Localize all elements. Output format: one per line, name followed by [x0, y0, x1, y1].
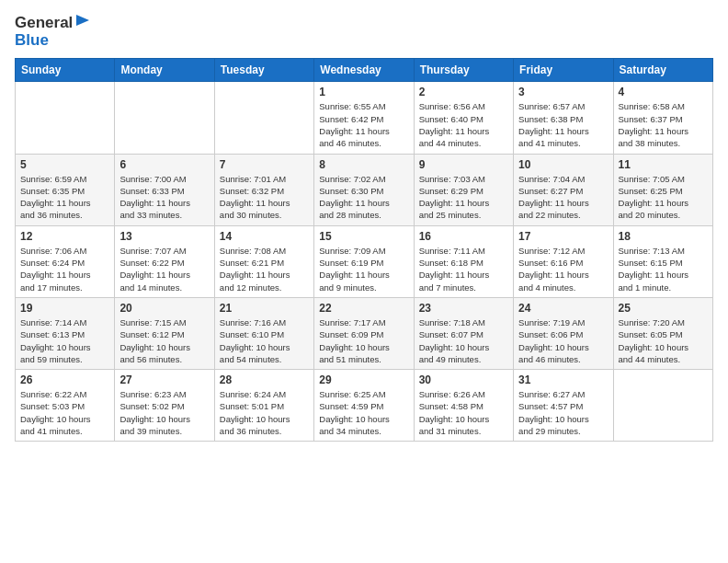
calendar-day-cell: 5Sunrise: 6:59 AM Sunset: 6:35 PM Daylig… [16, 154, 115, 225]
day-info: Sunrise: 7:01 AM Sunset: 6:32 PM Dayligh… [220, 173, 309, 222]
day-number: 8 [319, 158, 408, 171]
day-info: Sunrise: 6:23 AM Sunset: 5:02 PM Dayligh… [119, 388, 209, 437]
calendar-day-cell: 10Sunrise: 7:04 AM Sunset: 6:27 PM Dayli… [514, 154, 613, 225]
calendar-day-cell: 28Sunrise: 6:24 AM Sunset: 5:01 PM Dayli… [214, 370, 313, 442]
calendar-day-cell: 22Sunrise: 7:17 AM Sunset: 6:09 PM Dayli… [314, 297, 414, 369]
day-info: Sunrise: 7:11 AM Sunset: 6:18 PM Dayligh… [419, 245, 508, 293]
logo-general-text: General [15, 15, 73, 32]
day-info: Sunrise: 7:05 AM Sunset: 6:25 PM Dayligh… [619, 173, 708, 222]
calendar-day-cell [613, 370, 712, 442]
day-info: Sunrise: 6:25 AM Sunset: 4:59 PM Dayligh… [319, 388, 408, 437]
calendar-day-cell: 2Sunrise: 6:56 AM Sunset: 6:40 PM Daylig… [414, 82, 513, 154]
calendar-week-row: 26Sunrise: 6:22 AM Sunset: 5:03 PM Dayli… [16, 370, 713, 442]
day-info: Sunrise: 6:59 AM Sunset: 6:35 PM Dayligh… [20, 173, 109, 222]
day-info: Sunrise: 7:14 AM Sunset: 6:13 PM Dayligh… [20, 316, 109, 365]
day-number: 5 [20, 158, 109, 171]
day-info: Sunrise: 7:13 AM Sunset: 6:15 PM Dayligh… [619, 245, 708, 293]
calendar-day-cell: 24Sunrise: 7:19 AM Sunset: 6:06 PM Dayli… [514, 297, 613, 369]
day-info: Sunrise: 7:16 AM Sunset: 6:10 PM Dayligh… [220, 316, 309, 365]
day-number: 25 [619, 302, 708, 315]
calendar-day-header: Wednesday [314, 59, 414, 82]
day-info: Sunrise: 7:00 AM Sunset: 6:33 PM Dayligh… [119, 173, 209, 222]
day-number: 6 [119, 158, 209, 171]
calendar-week-row: 12Sunrise: 7:06 AM Sunset: 6:24 PM Dayli… [16, 225, 713, 297]
calendar-day-cell: 30Sunrise: 6:26 AM Sunset: 4:58 PM Dayli… [414, 370, 513, 442]
day-number: 24 [518, 302, 608, 315]
calendar-day-cell [16, 82, 115, 154]
day-info: Sunrise: 7:09 AM Sunset: 6:19 PM Dayligh… [319, 245, 408, 293]
calendar-day-cell: 6Sunrise: 7:00 AM Sunset: 6:33 PM Daylig… [115, 154, 214, 225]
calendar-week-row: 19Sunrise: 7:14 AM Sunset: 6:13 PM Dayli… [16, 297, 713, 369]
day-info: Sunrise: 6:24 AM Sunset: 5:01 PM Dayligh… [220, 388, 309, 437]
day-number: 31 [518, 373, 608, 386]
day-number: 20 [119, 302, 209, 315]
day-info: Sunrise: 7:07 AM Sunset: 6:22 PM Dayligh… [119, 245, 209, 293]
logo: General Blue [15, 15, 91, 49]
day-info: Sunrise: 6:27 AM Sunset: 4:57 PM Dayligh… [518, 388, 608, 437]
logo-flag-icon [74, 13, 91, 29]
day-info: Sunrise: 7:02 AM Sunset: 6:30 PM Dayligh… [319, 173, 408, 222]
svg-marker-0 [76, 15, 89, 26]
day-number: 18 [619, 230, 708, 243]
calendar-day-header: Tuesday [214, 59, 313, 82]
calendar-day-cell: 17Sunrise: 7:12 AM Sunset: 6:16 PM Dayli… [514, 225, 613, 297]
calendar-day-cell: 8Sunrise: 7:02 AM Sunset: 6:30 PM Daylig… [314, 154, 414, 225]
day-info: Sunrise: 6:22 AM Sunset: 5:03 PM Dayligh… [20, 388, 109, 437]
calendar-day-cell: 20Sunrise: 7:15 AM Sunset: 6:12 PM Dayli… [115, 297, 214, 369]
day-info: Sunrise: 7:04 AM Sunset: 6:27 PM Dayligh… [518, 173, 608, 222]
day-info: Sunrise: 7:12 AM Sunset: 6:16 PM Dayligh… [518, 245, 608, 293]
calendar-day-cell: 21Sunrise: 7:16 AM Sunset: 6:10 PM Dayli… [214, 297, 313, 369]
day-number: 3 [518, 86, 608, 98]
calendar-day-cell: 13Sunrise: 7:07 AM Sunset: 6:22 PM Dayli… [115, 225, 214, 297]
calendar-day-cell [214, 82, 313, 154]
calendar-day-cell: 18Sunrise: 7:13 AM Sunset: 6:15 PM Dayli… [613, 225, 712, 297]
calendar-day-cell: 15Sunrise: 7:09 AM Sunset: 6:19 PM Dayli… [314, 225, 414, 297]
day-number: 2 [419, 86, 508, 98]
calendar-day-cell: 11Sunrise: 7:05 AM Sunset: 6:25 PM Dayli… [613, 154, 712, 225]
calendar-day-cell: 25Sunrise: 7:20 AM Sunset: 6:05 PM Dayli… [613, 297, 712, 369]
day-number: 17 [518, 230, 608, 243]
calendar-header-row: SundayMondayTuesdayWednesdayThursdayFrid… [16, 59, 713, 82]
day-number: 30 [419, 373, 508, 386]
day-number: 9 [419, 158, 508, 171]
day-info: Sunrise: 7:15 AM Sunset: 6:12 PM Dayligh… [119, 316, 209, 365]
calendar-day-cell: 16Sunrise: 7:11 AM Sunset: 6:18 PM Dayli… [414, 225, 513, 297]
logo-blue-text: Blue [15, 32, 49, 50]
day-number: 29 [319, 373, 408, 386]
day-number: 15 [319, 230, 408, 243]
day-number: 26 [20, 373, 109, 386]
calendar-day-cell: 19Sunrise: 7:14 AM Sunset: 6:13 PM Dayli… [16, 297, 115, 369]
calendar-day-cell: 1Sunrise: 6:55 AM Sunset: 6:42 PM Daylig… [314, 82, 414, 154]
calendar-day-header: Saturday [613, 59, 712, 82]
calendar-table: SundayMondayTuesdayWednesdayThursdayFrid… [15, 58, 713, 442]
calendar-day-header: Monday [115, 59, 214, 82]
day-number: 1 [319, 86, 408, 98]
day-number: 12 [20, 230, 109, 243]
day-number: 11 [619, 158, 708, 171]
day-number: 10 [518, 158, 608, 171]
day-info: Sunrise: 7:17 AM Sunset: 6:09 PM Dayligh… [319, 316, 408, 365]
day-number: 28 [220, 373, 309, 386]
day-number: 22 [319, 302, 408, 315]
day-info: Sunrise: 7:20 AM Sunset: 6:05 PM Dayligh… [619, 316, 708, 365]
day-info: Sunrise: 7:19 AM Sunset: 6:06 PM Dayligh… [518, 316, 608, 365]
day-number: 13 [119, 230, 209, 243]
day-info: Sunrise: 6:55 AM Sunset: 6:42 PM Dayligh… [319, 100, 408, 149]
day-number: 27 [119, 373, 209, 386]
day-info: Sunrise: 7:03 AM Sunset: 6:29 PM Dayligh… [419, 173, 508, 222]
calendar-day-cell: 7Sunrise: 7:01 AM Sunset: 6:32 PM Daylig… [214, 154, 313, 225]
calendar-day-cell: 29Sunrise: 6:25 AM Sunset: 4:59 PM Dayli… [314, 370, 414, 442]
day-number: 4 [619, 86, 708, 98]
calendar-day-cell: 23Sunrise: 7:18 AM Sunset: 6:07 PM Dayli… [414, 297, 513, 369]
day-number: 7 [220, 158, 309, 171]
calendar-day-cell: 9Sunrise: 7:03 AM Sunset: 6:29 PM Daylig… [414, 154, 513, 225]
day-number: 19 [20, 302, 109, 315]
day-info: Sunrise: 6:56 AM Sunset: 6:40 PM Dayligh… [419, 100, 508, 149]
calendar-day-cell: 4Sunrise: 6:58 AM Sunset: 6:37 PM Daylig… [613, 82, 712, 154]
day-info: Sunrise: 7:08 AM Sunset: 6:21 PM Dayligh… [220, 245, 309, 293]
day-info: Sunrise: 6:26 AM Sunset: 4:58 PM Dayligh… [419, 388, 508, 437]
day-number: 14 [220, 230, 309, 243]
calendar-day-cell [115, 82, 214, 154]
calendar-day-cell: 14Sunrise: 7:08 AM Sunset: 6:21 PM Dayli… [214, 225, 313, 297]
calendar-day-cell: 3Sunrise: 6:57 AM Sunset: 6:38 PM Daylig… [514, 82, 613, 154]
